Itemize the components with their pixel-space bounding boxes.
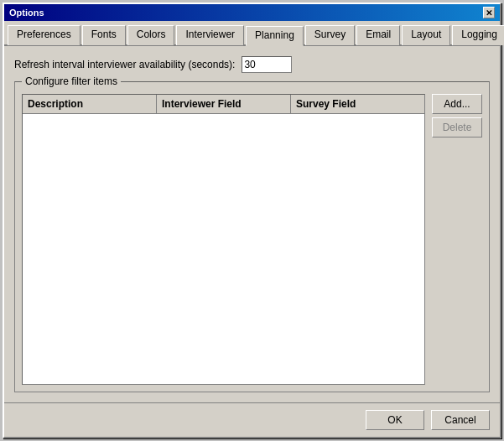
tab-preferences[interactable]: Preferences: [8, 25, 81, 45]
configure-filter-group: Configure filter items Description Inter…: [14, 81, 490, 392]
group-label: Configure filter items: [22, 75, 121, 87]
delete-button[interactable]: Delete: [432, 117, 482, 137]
add-button[interactable]: Add...: [432, 94, 482, 114]
table-buttons: Add... Delete: [432, 94, 482, 385]
tab-content: Refresh interval interviewer availabilit…: [4, 46, 500, 402]
table-body: [23, 114, 424, 384]
options-window: Options ✕ Preferences Fonts Colors Inter…: [3, 3, 501, 438]
ok-button[interactable]: OK: [366, 410, 424, 430]
window-title: Options: [9, 8, 44, 18]
footer: OK Cancel: [4, 402, 500, 437]
tabs-bar: Preferences Fonts Colors Interviewer Pla…: [4, 21, 500, 46]
close-button[interactable]: ✕: [483, 7, 495, 18]
tab-colors[interactable]: Colors: [127, 25, 175, 45]
tab-logging[interactable]: Logging: [452, 25, 504, 45]
tab-layout[interactable]: Layout: [402, 25, 450, 45]
col-interviewer-field: Interviewer Field: [157, 95, 291, 113]
tab-interviewer[interactable]: Interviewer: [176, 25, 244, 45]
refresh-label: Refresh interval interviewer availabilit…: [14, 59, 235, 70]
tab-fonts[interactable]: Fonts: [82, 25, 126, 45]
refresh-input[interactable]: [242, 56, 292, 73]
col-description: Description: [23, 95, 157, 113]
tab-email[interactable]: Email: [356, 25, 400, 45]
refresh-interval-row: Refresh interval interviewer availabilit…: [14, 56, 490, 73]
cancel-button[interactable]: Cancel: [431, 410, 490, 430]
title-bar: Options ✕: [4, 4, 500, 21]
tab-survey[interactable]: Survey: [305, 25, 355, 45]
table-header: Description Interviewer Field Survey Fie…: [23, 95, 424, 114]
table-area: Description Interviewer Field Survey Fie…: [22, 94, 482, 385]
filter-table: Description Interviewer Field Survey Fie…: [22, 94, 425, 385]
tab-planning[interactable]: Planning: [246, 26, 304, 46]
col-survey-field: Survey Field: [291, 95, 424, 113]
